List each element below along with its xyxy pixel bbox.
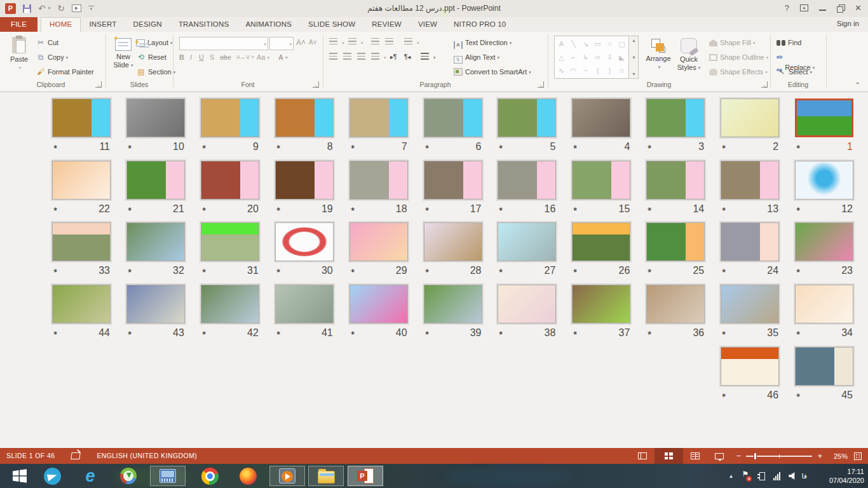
- taskbar-powerpoint-button[interactable]: P: [348, 466, 383, 486]
- slide-thumbnail-17[interactable]: [424, 161, 482, 200]
- slide-thumbnail-23[interactable]: [795, 222, 853, 261]
- shape-glyph[interactable]: ~: [583, 64, 587, 77]
- slide-thumbnail-45[interactable]: [795, 347, 853, 386]
- undo-icon[interactable]: ↶: [38, 4, 46, 13]
- slide-thumbnail-35[interactable]: [721, 285, 779, 323]
- quick-styles-button[interactable]: Quick Styles▾: [672, 35, 705, 79]
- slide-thumbnail-43[interactable]: [126, 285, 185, 323]
- align-text-button[interactable]: ⇅Align Text▾: [454, 51, 499, 64]
- taskbar-idm-button[interactable]: [111, 466, 146, 486]
- taskbar-on-screen-keyboard-button[interactable]: [150, 466, 186, 486]
- action-center-flag-icon[interactable]: [742, 471, 749, 480]
- font-dialog-launcher[interactable]: [313, 81, 319, 88]
- shape-glyph[interactable]: ↘: [583, 37, 588, 50]
- tab-nitro-pro-10[interactable]: NITRO PRO 10: [445, 17, 514, 32]
- text-shadow-button[interactable]: S: [210, 51, 214, 64]
- shape-effects-button[interactable]: Shape Effects▾: [709, 65, 768, 78]
- shape-glyph[interactable]: △: [559, 51, 564, 64]
- minimize-icon[interactable]: [819, 5, 826, 11]
- font-color-button[interactable]: A▾: [278, 51, 287, 64]
- slide-thumbnail-15[interactable]: [572, 161, 630, 200]
- language-indicator[interactable]: فا: [801, 472, 807, 480]
- section-button[interactable]: ▤Section▾: [136, 65, 175, 78]
- decrease-font-size-button[interactable]: A˅: [309, 36, 317, 49]
- slide-thumbnail-18[interactable]: [349, 161, 408, 200]
- ribbon-display-options-icon[interactable]: ▲: [800, 4, 808, 11]
- repeat-icon[interactable]: ↻: [57, 4, 65, 13]
- font-size-select[interactable]: ▾: [269, 37, 294, 50]
- tab-home[interactable]: HOME: [41, 17, 81, 32]
- bold-button[interactable]: B: [179, 51, 184, 64]
- shape-glyph[interactable]: }: [609, 64, 611, 77]
- slide-sorter-view-button[interactable]: [654, 448, 683, 464]
- normal-view-button[interactable]: [630, 448, 654, 464]
- slide-thumbnail-29[interactable]: [349, 222, 408, 261]
- taskbar-clock[interactable]: 17:11 07/04/2020: [829, 467, 864, 485]
- undo-dropdown-icon[interactable]: ▾: [48, 6, 51, 11]
- cut-button[interactable]: ✂Cut: [36, 36, 58, 49]
- slide-thumbnail-5[interactable]: [498, 98, 556, 137]
- slide-thumbnail-41[interactable]: [275, 285, 334, 323]
- reset-button[interactable]: ⟲Reset: [136, 51, 166, 64]
- tab-review[interactable]: REVIEW: [363, 17, 410, 32]
- slide-thumbnail-13[interactable]: [721, 161, 779, 200]
- slide-thumbnail-36[interactable]: [646, 285, 705, 323]
- language-status[interactable]: ENGLISH (UNITED KINGDOM): [97, 452, 197, 459]
- drawing-dialog-launcher[interactable]: [761, 81, 768, 88]
- shape-glyph[interactable]: ○: [607, 37, 612, 50]
- hidden-icons-arrow[interactable]: ▲: [728, 473, 733, 479]
- tab-slide-show[interactable]: SLIDE SHOW: [300, 17, 363, 32]
- slide-thumbnail-30[interactable]: [275, 222, 334, 261]
- slide-thumbnail-12[interactable]: [795, 161, 853, 200]
- slide-thumbnail-32[interactable]: [126, 222, 185, 261]
- slide-thumbnail-20[interactable]: [201, 161, 259, 200]
- volume-button[interactable]: ): [789, 472, 793, 480]
- spell-check-icon[interactable]: [71, 452, 80, 459]
- slide-thumbnail-8[interactable]: [275, 98, 334, 137]
- tab-view[interactable]: VIEW: [410, 17, 445, 32]
- shape-glyph[interactable]: ☆: [619, 64, 625, 77]
- taskbar-media-player-button[interactable]: [269, 466, 305, 486]
- shape-glyph[interactable]: ⇨: [595, 51, 600, 64]
- slide-thumbnail-34[interactable]: [795, 285, 853, 323]
- italic-button[interactable]: I: [190, 51, 192, 64]
- slide-thumbnail-2[interactable]: [721, 98, 779, 137]
- taskbar-internet-explorer-button[interactable]: e: [72, 466, 108, 486]
- tab-file[interactable]: FILE: [0, 17, 37, 32]
- power-plug-icon[interactable]: [759, 472, 765, 480]
- change-case-button[interactable]: Aa▾: [257, 51, 269, 64]
- replace-button[interactable]: abacReplace▾: [776, 51, 815, 64]
- slide-thumbnail-19[interactable]: [275, 161, 334, 200]
- close-icon[interactable]: ✕: [855, 3, 862, 13]
- slide-thumbnail-40[interactable]: [349, 285, 408, 323]
- font-name-select[interactable]: ▾: [179, 37, 268, 50]
- slide-thumbnail-6[interactable]: [424, 98, 482, 137]
- slide-thumbnail-24[interactable]: [721, 222, 779, 261]
- shape-glyph[interactable]: ⇩: [607, 51, 613, 64]
- slide-thumbnail-3[interactable]: [646, 98, 705, 137]
- fit-slide-to-window-icon[interactable]: [854, 452, 862, 460]
- copy-button[interactable]: ⧉Copy▾: [36, 51, 68, 64]
- clipboard-dialog-launcher[interactable]: [95, 81, 102, 88]
- start-from-beginning-icon[interactable]: [72, 4, 81, 12]
- shape-fill-button[interactable]: Shape Fill▾: [709, 36, 755, 49]
- text-direction-button[interactable]: AText Direction▾: [454, 36, 512, 49]
- shape-glyph[interactable]: ↳: [583, 51, 588, 64]
- tab-design[interactable]: DESIGN: [125, 17, 170, 32]
- increase-font-size-button[interactable]: A˄: [296, 36, 306, 49]
- paragraph-dialog-launcher[interactable]: [538, 81, 544, 88]
- slide-thumbnail-42[interactable]: [201, 285, 259, 323]
- slide-thumbnail-25[interactable]: [646, 222, 705, 261]
- tab-insert[interactable]: INSERT: [81, 17, 125, 32]
- slide-thumbnail-39[interactable]: [424, 285, 482, 323]
- align-left-button[interactable]: [329, 51, 340, 64]
- help-icon[interactable]: ?: [785, 3, 789, 13]
- find-button[interactable]: Find: [776, 36, 801, 49]
- format-painter-button[interactable]: 🖌Format Painter: [36, 65, 94, 78]
- collapse-ribbon-icon[interactable]: ⌃: [855, 81, 860, 88]
- slide-thumbnail-21[interactable]: [126, 161, 185, 200]
- zoom-percentage[interactable]: 25%: [827, 452, 854, 460]
- network-signal-icon[interactable]: [773, 472, 780, 480]
- slide-thumbnail-37[interactable]: [572, 285, 630, 323]
- shape-glyph[interactable]: {: [597, 64, 599, 77]
